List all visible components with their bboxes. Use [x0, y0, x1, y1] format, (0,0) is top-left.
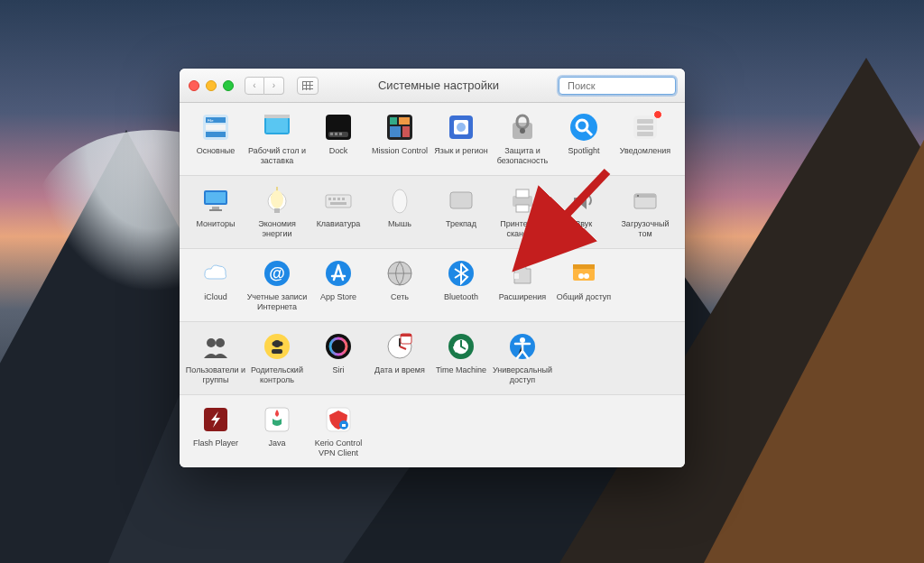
zoom-button[interactable] — [223, 80, 234, 91]
pref-general[interactable]: FileОсновные — [185, 112, 246, 166]
pref-internet[interactable]: @Учетные записи Интернета — [246, 258, 308, 312]
svg-rect-71 — [272, 349, 282, 354]
close-button[interactable] — [189, 80, 199, 91]
svg-rect-14 — [339, 133, 342, 135]
pref-trackpad[interactable]: Трекпад — [430, 185, 492, 239]
grid-icon — [302, 81, 313, 90]
pref-displays[interactable]: Мониторы — [185, 185, 246, 239]
notification-badge — [653, 110, 662, 119]
pref-accessibility[interactable]: Универсальный доступ — [492, 331, 553, 385]
pref-label: Сеть — [391, 292, 409, 302]
pref-appstore[interactable]: App Store — [308, 258, 369, 312]
minimize-button[interactable] — [206, 80, 217, 91]
desktop-icon — [262, 112, 292, 143]
svg-point-26 — [570, 114, 597, 141]
pref-label: Защита и безопасность — [492, 146, 553, 166]
displays-icon — [200, 185, 231, 216]
forward-button[interactable]: › — [264, 77, 284, 95]
pref-printers[interactable]: Принтеры и сканеры — [492, 185, 553, 239]
pref-users[interactable]: Пользователи и группы — [185, 331, 246, 385]
svg-point-38 — [271, 190, 283, 208]
pref-label: Пользователи и группы — [185, 365, 246, 385]
svg-rect-12 — [330, 133, 333, 135]
svg-rect-36 — [209, 209, 222, 211]
svg-rect-16 — [390, 117, 397, 125]
search-field[interactable] — [559, 77, 676, 95]
pref-notifications[interactable]: Уведомления — [614, 112, 676, 166]
pref-startup[interactable]: Загрузочный том — [614, 185, 676, 239]
pref-dock[interactable]: Dock — [308, 112, 369, 166]
pref-mission[interactable]: Mission Control — [369, 112, 430, 166]
mission-icon — [384, 112, 415, 143]
search-input[interactable] — [568, 80, 685, 91]
pref-extensions[interactable]: Расширения — [492, 258, 553, 312]
pref-label: Siri — [333, 365, 345, 375]
pref-energy[interactable]: Экономия энергии — [246, 185, 308, 239]
svg-rect-50 — [516, 205, 529, 212]
svg-point-70 — [273, 340, 281, 347]
svg-rect-30 — [637, 119, 653, 124]
pref-label: iCloud — [204, 292, 227, 302]
svg-rect-13 — [335, 133, 337, 135]
pref-kerio[interactable]: Kerio Control VPN Client — [308, 404, 369, 458]
language-icon — [446, 112, 476, 143]
pref-security[interactable]: Защита и безопасность — [492, 112, 553, 166]
pref-label: Основные — [197, 146, 236, 156]
pref-keyboard[interactable]: Клавиатура — [308, 185, 369, 239]
accessibility-icon — [507, 331, 538, 362]
svg-text:File: File — [208, 118, 214, 123]
pref-mouse[interactable]: Мышь — [369, 185, 430, 239]
pref-label: Загрузочный том — [614, 219, 676, 239]
pref-label: App Store — [320, 292, 356, 302]
pref-bluetooth[interactable]: Bluetooth — [430, 258, 492, 312]
window-title: Системные настройки — [326, 78, 551, 92]
flash-icon — [200, 404, 231, 435]
pref-sharing[interactable]: Общий доступ — [553, 258, 614, 312]
printers-icon — [507, 185, 538, 216]
pref-spotlight[interactable]: Spotlight — [553, 112, 614, 166]
svg-point-64 — [584, 273, 589, 279]
titlebar: ‹ › Системные настройки — [180, 69, 685, 103]
svg-rect-87 — [342, 424, 346, 427]
users-icon — [200, 331, 231, 362]
pref-label: Учетные записи Интернета — [246, 292, 308, 312]
pref-label: Dock — [329, 146, 348, 156]
svg-point-25 — [520, 128, 525, 134]
pref-icloud[interactable]: iCloud — [185, 258, 246, 312]
pref-row: Пользователи и группыРодительский контро… — [180, 322, 685, 395]
svg-rect-62 — [573, 264, 595, 269]
back-button[interactable]: ‹ — [245, 77, 264, 95]
sharing-icon — [568, 258, 599, 289]
svg-point-46 — [393, 189, 407, 213]
svg-rect-8 — [266, 118, 288, 133]
pref-timemachine[interactable]: Time Machine — [430, 331, 492, 385]
pref-label: Универсальный доступ — [492, 365, 553, 385]
pref-label: Экономия энергии — [246, 219, 308, 239]
keyboard-icon — [323, 185, 354, 216]
svg-rect-47 — [450, 192, 472, 208]
pref-label: Дата и время — [374, 365, 425, 375]
svg-point-82 — [520, 337, 525, 343]
pref-datetime[interactable]: Дата и время — [369, 331, 430, 385]
pref-parental[interactable]: Родительский контроль — [246, 331, 308, 385]
pref-network[interactable]: Сеть — [369, 258, 430, 312]
svg-rect-41 — [328, 198, 331, 200]
pref-row: iCloud@Учетные записи ИнтернетаApp Store… — [180, 249, 685, 322]
show-all-button[interactable] — [297, 77, 319, 95]
spotlight-icon — [568, 112, 599, 143]
pref-label: Родительский контроль — [246, 365, 308, 385]
pref-desktop[interactable]: Рабочий стол и заставка — [246, 112, 308, 166]
svg-rect-18 — [390, 126, 401, 137]
pref-label: Kerio Control VPN Client — [308, 438, 369, 458]
pref-siri[interactable]: Siri — [308, 331, 369, 385]
pref-language[interactable]: Язык и регион — [430, 112, 492, 166]
internet-icon: @ — [262, 258, 292, 289]
svg-rect-43 — [337, 198, 340, 200]
bluetooth-icon — [446, 258, 476, 289]
pref-sound[interactable]: Звук — [553, 185, 614, 239]
svg-rect-6 — [206, 132, 226, 137]
pref-java[interactable]: Java — [246, 404, 308, 458]
startup-icon — [630, 185, 661, 216]
pref-flash[interactable]: Flash Player — [185, 404, 246, 458]
pref-label: Spotlight — [568, 146, 599, 156]
